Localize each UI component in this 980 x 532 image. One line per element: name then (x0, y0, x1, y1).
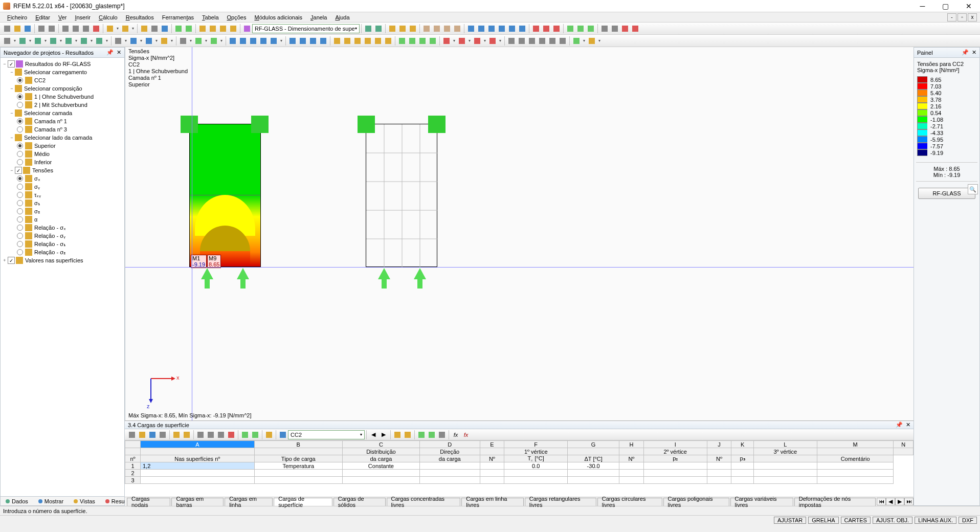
deform-icon[interactable] (422, 24, 431, 33)
row-header[interactable]: 1 (125, 462, 141, 470)
grid-cell[interactable] (419, 470, 480, 477)
misc4-icon[interactable] (538, 36, 547, 46)
tab-nav-button[interactable]: ⏭ (904, 498, 914, 505)
line-icon[interactable] (18, 36, 27, 46)
tt-grid-icon[interactable] (158, 430, 167, 439)
view-rot-icon[interactable] (228, 36, 237, 46)
table-tab[interactable]: Cargas nodais (127, 498, 170, 506)
isoview1-icon[interactable] (288, 36, 297, 46)
poly-dd[interactable]: ▾ (89, 38, 94, 43)
scale-icon[interactable] (531, 24, 541, 33)
view-zoom-icon[interactable] (249, 36, 258, 46)
tt-export-icon[interactable] (427, 430, 436, 439)
mdi-close[interactable]: x (968, 13, 977, 21)
view-sel-icon[interactable] (269, 36, 278, 46)
val3-icon[interactable] (487, 24, 496, 33)
grid-icon[interactable] (179, 36, 188, 46)
view-pan-icon[interactable] (238, 36, 248, 46)
isoview3-icon[interactable] (308, 36, 318, 46)
grid-cell[interactable] (504, 470, 568, 477)
cut-icon[interactable] (61, 24, 70, 33)
table-tab[interactable]: Cargas em linha livres (461, 498, 523, 506)
grid-cell[interactable] (731, 470, 753, 477)
view-fit-icon[interactable] (259, 36, 268, 46)
table-tab[interactable]: Cargas de superfície (274, 498, 332, 506)
data-grid[interactable]: ABCDEFGHIJKLMNDistribuiçãoDireção1º vért… (125, 440, 914, 484)
grid-cell[interactable] (731, 462, 753, 470)
grid-cell[interactable] (643, 470, 707, 477)
grid-cell[interactable] (619, 462, 644, 470)
edit-mirror-icon[interactable] (353, 36, 362, 46)
table-tab[interactable]: Cargas variáveis livres (730, 498, 793, 506)
delete-icon[interactable] (92, 24, 101, 33)
tree-group-carregamento[interactable]: Selecionar carregamento (24, 69, 87, 75)
new-file-icon[interactable] (3, 24, 12, 33)
tt-pick-icon[interactable] (278, 430, 287, 439)
tree-lado-med[interactable]: Médio (34, 151, 50, 157)
isoview4-icon[interactable] (319, 36, 328, 46)
rect-dd[interactable]: ▾ (74, 38, 79, 43)
status-toggle[interactable]: GRELHA (808, 517, 838, 524)
grid-cell[interactable]: Constante (342, 462, 419, 470)
line-dd[interactable]: ▾ (28, 38, 33, 43)
tt-fx2-icon[interactable]: fx (461, 430, 471, 439)
edit-rot-icon[interactable] (363, 36, 372, 46)
grid-cell[interactable] (141, 477, 255, 484)
warn-icon[interactable] (587, 36, 596, 46)
grid-cell[interactable] (141, 470, 255, 477)
status-toggle[interactable]: AJUSTAR (774, 517, 806, 524)
table-tab[interactable]: Cargas circulares livres (597, 498, 662, 506)
grid-cell[interactable]: 0.0 (504, 462, 568, 470)
text-icon[interactable] (150, 24, 159, 33)
menu-calculo[interactable]: Cálculo (95, 14, 122, 20)
misc6-icon[interactable] (558, 36, 567, 46)
menu-inserir[interactable]: Inserir (71, 14, 95, 20)
load2-icon[interactable] (457, 36, 466, 46)
rfglass-button[interactable]: RF-GLASS (918, 188, 975, 199)
surf-icon[interactable] (129, 36, 138, 46)
surf-dd[interactable]: ▾ (139, 38, 144, 43)
misc5-icon[interactable] (548, 36, 557, 46)
grid-cell[interactable] (643, 477, 707, 484)
guide-icon[interactable] (194, 36, 203, 46)
arrow-dd[interactable]: ▾ (12, 38, 17, 43)
sup4-icon[interactable] (428, 36, 437, 46)
tab-nav-button[interactable]: ▶ (895, 498, 904, 505)
vtab-mostrar[interactable]: Mostrar (33, 498, 69, 504)
mdi-restore[interactable]: ▫ (957, 13, 967, 21)
tree-sigma2[interactable]: σ₂ (34, 208, 40, 215)
table-tab[interactable]: Cargas de sólidos (333, 498, 386, 506)
minimize-button[interactable]: ─ (911, 0, 934, 12)
table-tab[interactable]: Cargas retangulares livres (525, 498, 596, 506)
grid-cell[interactable] (568, 470, 619, 477)
results-tree[interactable]: −✓Resultados do RF-GLASS −Selecionar car… (1, 58, 124, 496)
color-icon[interactable] (542, 24, 551, 33)
tree-sigmax[interactable]: σₓ (34, 175, 40, 182)
grid-cell[interactable] (568, 477, 619, 484)
view-sel-dd[interactable]: ▾ (279, 38, 284, 43)
mdi-minimize[interactable]: - (947, 13, 956, 21)
tree-camada-3[interactable]: Camada nº 3 (34, 126, 67, 132)
sup1-icon[interactable] (397, 36, 407, 46)
export-icon[interactable] (610, 24, 619, 33)
contact-icon[interactable] (453, 24, 462, 33)
table-tab[interactable]: Cargas concentradas livres (387, 498, 461, 506)
tree-sigmay[interactable]: σᵧ (34, 184, 40, 190)
tt-next-icon[interactable]: ▶ (379, 430, 388, 439)
sup3-icon[interactable] (418, 36, 427, 46)
res-diagram-icon[interactable] (388, 24, 397, 33)
tt-ins-icon[interactable] (227, 430, 236, 439)
misc2-icon[interactable] (517, 36, 526, 46)
tree-comp-1[interactable]: 1 | Ohne Schubverbund (34, 94, 94, 100)
tree-root[interactable]: Resultados do RF-GLASS (25, 61, 91, 67)
magnify-icon[interactable]: 🔍 (968, 184, 978, 194)
sel1-icon[interactable] (576, 24, 585, 33)
tt-color-icon[interactable] (264, 430, 274, 439)
misc1-icon[interactable] (507, 36, 516, 46)
range-icon[interactable] (552, 24, 561, 33)
isoview2-icon[interactable] (298, 36, 307, 46)
tree-rel-s2[interactable]: Relação - σ₂ (34, 249, 65, 256)
table-tab[interactable]: Cargas poligonais livres (663, 498, 729, 506)
print-view-icon[interactable] (600, 24, 609, 33)
table-tab[interactable]: Cargas em linha (225, 498, 273, 506)
